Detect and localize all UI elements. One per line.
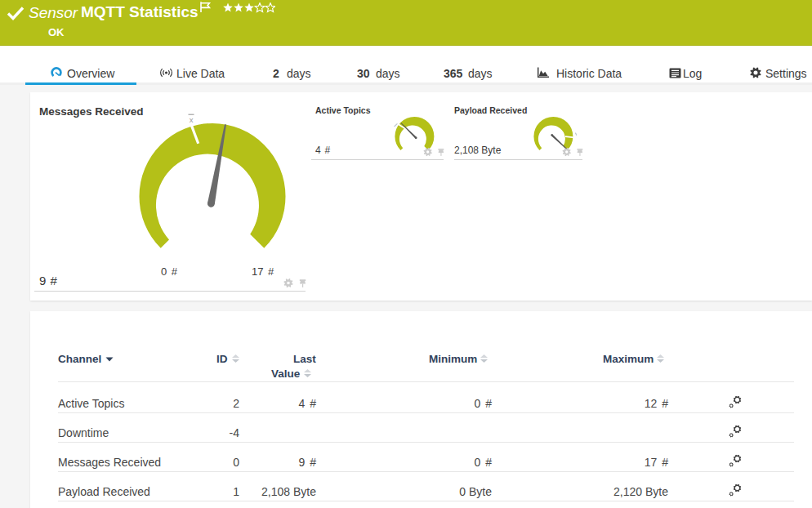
svg-text:x: x (190, 115, 194, 124)
